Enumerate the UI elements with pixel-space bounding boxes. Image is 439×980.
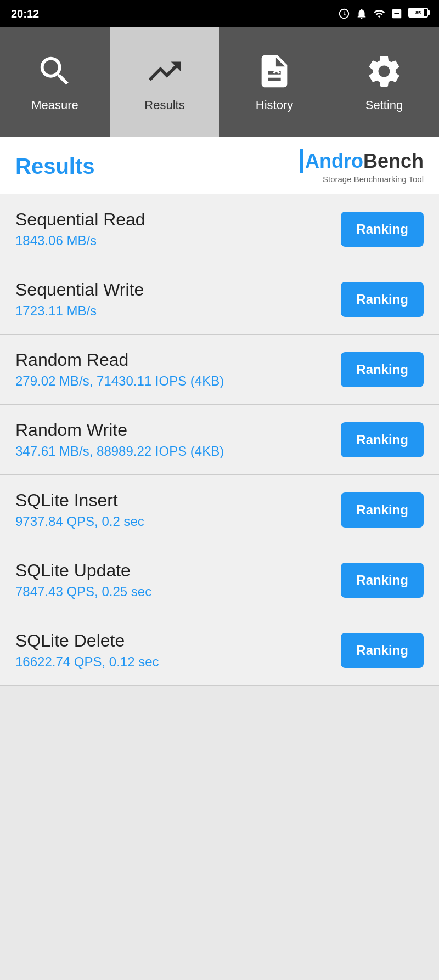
brand-logo: AndroBench Storage Benchmarking Tool	[300, 149, 424, 184]
footer-space	[0, 686, 439, 960]
tab-setting[interactable]: Setting	[329, 27, 439, 137]
close-icon	[391, 8, 403, 20]
ranking-button[interactable]: Ranking	[341, 563, 424, 598]
table-row: SQLite Insert9737.84 QPS, 0.2 secRanking	[0, 475, 439, 545]
page-title: Results	[15, 154, 95, 179]
wifi-icon	[373, 8, 385, 20]
result-info: Sequential Read1843.06 MB/s	[15, 209, 341, 248]
ranking-button[interactable]: Ranking	[341, 422, 424, 457]
result-title: SQLite Update	[15, 560, 341, 581]
ranking-button[interactable]: Ranking	[341, 282, 424, 317]
result-info: Random Read279.02 MB/s, 71430.11 IOPS (4…	[15, 350, 341, 389]
tab-history[interactable]: History	[219, 27, 329, 137]
result-value: 7847.43 QPS, 0.25 sec	[15, 584, 341, 599]
battery-indicator: 85	[408, 8, 428, 20]
status-time: 20:12	[11, 8, 39, 20]
page-header: Results AndroBench Storage Benchmarking …	[0, 137, 439, 194]
setting-icon	[365, 52, 403, 90]
result-info: SQLite Update7847.43 QPS, 0.25 sec	[15, 560, 341, 599]
result-info: SQLite Delete16622.74 QPS, 0.12 sec	[15, 631, 341, 670]
tab-setting-label: Setting	[365, 98, 403, 112]
ranking-button[interactable]: Ranking	[341, 492, 424, 528]
result-info: Random Write347.61 MB/s, 88989.22 IOPS (…	[15, 420, 341, 459]
tab-measure[interactable]: Measure	[0, 27, 110, 137]
table-row: Sequential Read1843.06 MB/sRanking	[0, 194, 439, 264]
ranking-button[interactable]: Ranking	[341, 633, 424, 668]
brand-rest: Bench	[363, 150, 424, 173]
result-value: 1843.06 MB/s	[15, 233, 341, 248]
notification-icon	[356, 8, 368, 20]
history-svg	[255, 52, 294, 90]
tab-results[interactable]: Results	[110, 27, 219, 137]
table-row: Sequential Write1723.11 MB/sRanking	[0, 264, 439, 335]
brand-bar	[300, 149, 303, 173]
tab-history-label: History	[256, 98, 293, 112]
result-title: Sequential Read	[15, 209, 341, 230]
results-list: Sequential Read1843.06 MB/sRankingSequen…	[0, 194, 439, 686]
brand-name: AndroBench	[300, 149, 424, 173]
measure-icon	[36, 52, 74, 90]
results-icon	[145, 52, 184, 90]
result-title: SQLite Delete	[15, 631, 341, 651]
result-value: 1723.11 MB/s	[15, 303, 341, 319]
result-info: Sequential Write1723.11 MB/s	[15, 280, 341, 319]
ranking-button[interactable]: Ranking	[341, 352, 424, 387]
status-icons: 85	[338, 8, 428, 20]
status-bar: 20:12 85	[0, 0, 439, 27]
result-title: SQLite Insert	[15, 490, 341, 511]
ranking-button[interactable]: Ranking	[341, 212, 424, 247]
tab-measure-label: Measure	[31, 98, 78, 112]
table-row: SQLite Update7847.43 QPS, 0.25 secRankin…	[0, 545, 439, 615]
result-value: 347.61 MB/s, 88989.22 IOPS (4KB)	[15, 444, 341, 459]
result-title: Sequential Write	[15, 280, 341, 300]
settings-svg	[365, 52, 403, 90]
brand-highlight: Andro	[305, 150, 363, 173]
tab-bar: Measure Results History Setting	[0, 27, 439, 137]
result-title: Random Write	[15, 420, 341, 440]
result-value: 279.02 MB/s, 71430.11 IOPS (4KB)	[15, 373, 341, 389]
tab-results-label: Results	[144, 98, 184, 112]
brand-tagline: Storage Benchmarking Tool	[323, 174, 424, 184]
result-info: SQLite Insert9737.84 QPS, 0.2 sec	[15, 490, 341, 529]
chart-svg	[145, 52, 184, 90]
speedometer-icon	[338, 8, 350, 20]
search-svg	[36, 52, 74, 90]
table-row: Random Read279.02 MB/s, 71430.11 IOPS (4…	[0, 335, 439, 405]
history-icon	[255, 52, 294, 90]
result-title: Random Read	[15, 350, 341, 370]
result-value: 9737.84 QPS, 0.2 sec	[15, 514, 341, 529]
table-row: Random Write347.61 MB/s, 88989.22 IOPS (…	[0, 405, 439, 475]
table-row: SQLite Delete16622.74 QPS, 0.12 secRanki…	[0, 615, 439, 686]
result-value: 16622.74 QPS, 0.12 sec	[15, 654, 341, 670]
